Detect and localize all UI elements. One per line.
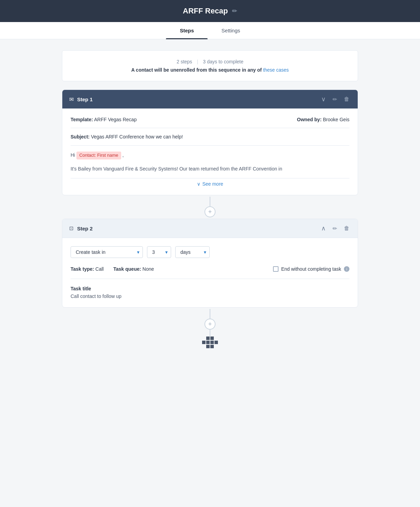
task-icon: ⊡ — [69, 225, 74, 231]
subject-value: Vegas ARFF Conference how we can help! — [91, 134, 183, 139]
template-value: ARFF Vegas Recap — [94, 117, 137, 122]
step2-edit-button[interactable]: ✏ — [331, 225, 338, 232]
owned-by: Owned by: Brooke Geis — [297, 117, 350, 122]
contact-token: Contact: First name — [76, 152, 121, 159]
template-label: Template: ARFF Vegas Recap — [71, 117, 137, 122]
main-content: 2 steps | 3 days to complete A contact w… — [55, 39, 365, 369]
days-number-select-wrapper: 3 1 2 4 5 ▾ — [147, 246, 171, 258]
step2-header-left: ⊡ Step 2 — [69, 225, 93, 231]
see-more-button[interactable]: ∨ See more — [71, 178, 349, 189]
step2-collapse-button[interactable]: ∧ — [320, 224, 327, 233]
task-type-value: Call — [95, 266, 104, 272]
step1-body: Template: ARFF Vegas Recap Owned by: Bro… — [62, 108, 358, 195]
step1-card: ✉ Step 1 ∨ ✏ 🗑 Template: ARFF Vegas Reca… — [62, 90, 358, 195]
step1-edit-button[interactable]: ✏ — [331, 95, 338, 103]
summary-box: 2 steps | 3 days to complete A contact w… — [62, 50, 358, 81]
step1-header-left: ✉ Step 1 — [69, 96, 93, 103]
days-unit-select-wrapper: days weeks ▾ — [175, 246, 210, 258]
step1-label: Step 1 — [77, 96, 93, 102]
create-task-select[interactable]: Create task in — [71, 246, 143, 258]
task-type: Task type: Call — [71, 266, 104, 272]
end-task-group: End without completing task i — [273, 266, 349, 272]
task-title-section: Task title Call contact to follow up — [71, 286, 349, 299]
task-title-label: Task title — [71, 286, 349, 291]
email-body-text: It's Bailey from Vanguard Fire & Securit… — [71, 165, 349, 173]
these-cases-link[interactable]: these cases — [263, 67, 289, 73]
add-step-button-2[interactable]: + — [204, 319, 216, 330]
bottom-connector-line — [210, 309, 210, 319]
create-task-row: Create task in ▾ 3 1 2 4 5 ▾ — [71, 246, 349, 258]
step-connector-1: + — [62, 197, 358, 217]
task-meta-row: Task type: Call Task queue: None End wit… — [71, 266, 349, 279]
end-task-info-icon[interactable]: i — [344, 266, 349, 272]
days-to-complete: 3 days to complete — [203, 59, 244, 64]
step2-header: ⊡ Step 2 ∧ ✏ 🗑 — [62, 219, 358, 238]
subject-row: Subject: Vegas ARFF Conference how we ca… — [71, 134, 349, 146]
drag-handle-icon — [202, 337, 218, 348]
owner-name: Brooke Geis — [323, 117, 349, 122]
tab-steps[interactable]: Steps — [166, 22, 208, 39]
template-row: Template: ARFF Vegas Recap Owned by: Bro… — [71, 117, 349, 128]
end-task-checkbox[interactable] — [273, 266, 279, 272]
steps-count: 2 steps — [177, 59, 192, 64]
bottom-connector-line-2 — [210, 330, 210, 337]
step1-delete-button[interactable]: 🗑 — [343, 95, 351, 103]
step2-label: Step 2 — [77, 226, 93, 231]
subject-text: Subject: Vegas ARFF Conference how we ca… — [71, 134, 183, 139]
chevron-down-icon: ∨ — [197, 181, 200, 187]
tab-settings[interactable]: Settings — [208, 22, 254, 39]
connector-line-top — [210, 197, 210, 206]
edit-title-icon[interactable]: ✏ — [232, 7, 237, 15]
end-task-label: End without completing task — [281, 266, 341, 272]
step2-body: Create task in ▾ 3 1 2 4 5 ▾ — [62, 238, 358, 307]
create-task-select-wrapper: Create task in ▾ — [71, 246, 143, 258]
step1-header: ✉ Step 1 ∨ ✏ 🗑 — [62, 90, 358, 108]
step1-actions: ∨ ✏ 🗑 — [320, 95, 351, 104]
email-icon: ✉ — [69, 96, 74, 103]
add-step-button-1[interactable]: + — [204, 206, 216, 217]
email-greeting: Hi Contact: First name , — [71, 151, 349, 159]
step2-delete-button[interactable]: 🗑 — [343, 225, 351, 232]
step1-collapse-button[interactable]: ∨ — [320, 95, 327, 104]
page-header: ARFF Recap ✏ — [0, 0, 420, 22]
summary-meta: 2 steps | 3 days to complete — [71, 59, 349, 64]
step2-actions: ∧ ✏ 🗑 — [320, 224, 351, 233]
task-queue: Task queue: None — [113, 266, 154, 272]
page-title: ARFF Recap — [183, 7, 228, 15]
bottom-add-section: + — [62, 309, 358, 348]
task-title-value: Call contact to follow up — [71, 293, 349, 299]
unenroll-notice: A contact will be unenrolled from this s… — [71, 67, 349, 73]
task-queue-value: None — [143, 266, 154, 272]
days-unit-select[interactable]: days weeks — [175, 246, 210, 258]
meta-divider: | — [197, 59, 198, 64]
step2-card: ⊡ Step 2 ∧ ✏ 🗑 Create task in ▾ — [62, 219, 358, 308]
tabs-bar: Steps Settings — [0, 22, 420, 39]
days-number-select[interactable]: 3 1 2 4 5 — [147, 246, 171, 258]
